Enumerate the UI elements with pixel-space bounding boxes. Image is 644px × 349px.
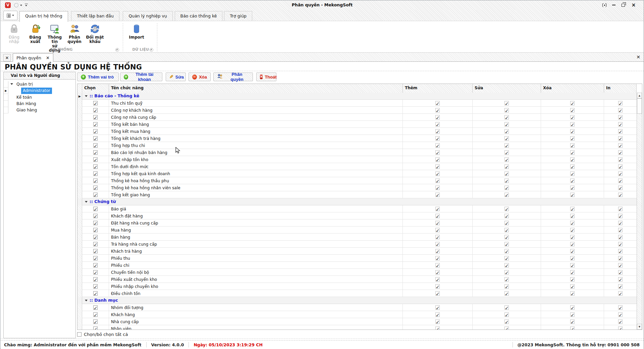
scroll-up-icon[interactable]: ▲ [637, 93, 642, 98]
xoa-checkbox[interactable] [570, 291, 575, 296]
table-row[interactable]: Báo giá [77, 205, 637, 212]
table-row[interactable]: Nhân viên [77, 325, 637, 330]
table-row[interactable]: Mua hàng [77, 227, 637, 234]
collapse-group-icon[interactable] [85, 95, 88, 97]
select-all-checkbox[interactable] [77, 332, 82, 337]
in-checkbox[interactable] [618, 193, 623, 197]
row-checkbox[interactable] [93, 143, 98, 148]
them-checkbox[interactable] [435, 179, 440, 183]
xoa-checkbox[interactable] [570, 108, 575, 112]
ribbon-tab-1[interactable]: Thiết lập ban đầu [71, 11, 119, 21]
in-checkbox[interactable] [618, 129, 623, 134]
them-checkbox[interactable] [435, 327, 440, 330]
table-row[interactable]: Tổng kết bán hàng [77, 121, 637, 128]
sua-checkbox[interactable] [504, 101, 509, 105]
tree-item-administrator[interactable]: ▶Administrator [4, 88, 75, 94]
xoa-checkbox[interactable] [570, 256, 575, 260]
in-checkbox[interactable] [618, 214, 623, 218]
them-checkbox[interactable] [435, 284, 440, 289]
collapse-group-icon[interactable] [85, 300, 88, 301]
tree-item-giao-hàng[interactable]: Giao hàng [4, 107, 75, 113]
in-checkbox[interactable] [618, 256, 623, 260]
row-checkbox[interactable] [93, 263, 98, 267]
sua-checkbox[interactable] [504, 150, 509, 155]
sua-checkbox[interactable] [504, 115, 509, 119]
ribbon-button-đổi-mật-khẩu[interactable]: Đổi mật khẩu [86, 22, 104, 47]
sua-checkbox[interactable] [504, 143, 509, 148]
xoa-checkbox[interactable] [570, 249, 575, 253]
row-checkbox[interactable] [93, 270, 98, 275]
close-all-tabs-button[interactable]: ✕ [3, 54, 11, 61]
sua-checkbox[interactable] [504, 164, 509, 169]
table-row[interactable]: Điều chỉnh tồn [77, 290, 637, 297]
xoa-checkbox[interactable] [570, 263, 575, 267]
in-checkbox[interactable] [618, 228, 623, 232]
sua-checkbox[interactable] [504, 207, 509, 211]
xoa-checkbox[interactable] [570, 207, 575, 211]
row-checkbox[interactable] [93, 122, 98, 127]
sua-checkbox[interactable] [504, 129, 509, 134]
xoa-checkbox[interactable] [570, 221, 575, 225]
collapse-group-icon[interactable] [85, 201, 88, 203]
sua-checkbox[interactable] [504, 186, 509, 190]
xoa-checkbox[interactable] [570, 214, 575, 218]
table-row[interactable]: Thống kê hoa hồng thầu phụ [77, 177, 637, 184]
xóa-button[interactable]: −Xóa [189, 72, 211, 81]
close-button[interactable]: × [630, 2, 638, 8]
sua-checkbox[interactable] [504, 263, 509, 267]
row-checkbox[interactable] [93, 150, 98, 155]
them-checkbox[interactable] [435, 193, 440, 197]
in-checkbox[interactable] [618, 277, 623, 282]
sua-checkbox[interactable] [504, 291, 509, 296]
in-checkbox[interactable] [618, 108, 623, 112]
xoa-checkbox[interactable] [570, 129, 575, 134]
table-row[interactable]: Tổng kết giao hàng [77, 191, 637, 198]
xoa-checkbox[interactable] [570, 284, 575, 289]
xoa-checkbox[interactable] [570, 179, 575, 183]
group-row-1[interactable]: :: Chứng từ [77, 198, 637, 205]
application-menu-button[interactable] [3, 11, 17, 20]
xoa-checkbox[interactable] [570, 270, 575, 275]
column-header-1[interactable]: Tên chức năng [109, 84, 403, 93]
table-row[interactable]: Báo cáo lợi nhuận bán hàng [77, 149, 637, 156]
ribbon-tab-4[interactable]: Trợ giúp [224, 11, 252, 21]
xoa-checkbox[interactable] [570, 101, 575, 105]
table-row[interactable]: Tồn dưới định mức [77, 163, 637, 170]
row-checkbox[interactable] [93, 179, 98, 183]
them-checkbox[interactable] [435, 263, 440, 267]
row-checkbox[interactable] [93, 101, 98, 105]
ribbon-button-phân-quyền[interactable]: Phân quyền [64, 22, 85, 47]
sua-checkbox[interactable] [504, 305, 509, 310]
in-checkbox[interactable] [618, 312, 623, 317]
xoa-checkbox[interactable] [570, 143, 575, 148]
thoát-button[interactable]: ✕Thoát [256, 72, 276, 81]
sua-checkbox[interactable] [504, 249, 509, 253]
xoa-checkbox[interactable] [570, 164, 575, 169]
sua-checkbox[interactable] [504, 122, 509, 127]
tree-item-quản-trị[interactable]: Quản trị [4, 81, 75, 88]
xoa-checkbox[interactable] [570, 186, 575, 190]
in-checkbox[interactable] [618, 305, 623, 310]
them-checkbox[interactable] [435, 157, 440, 162]
them-checkbox[interactable] [435, 312, 440, 317]
expand-arrow-icon[interactable] [10, 83, 13, 85]
in-checkbox[interactable] [618, 284, 623, 289]
in-checkbox[interactable] [618, 327, 623, 330]
ribbon-tab-2[interactable]: Quản lý nghiệp vụ [123, 11, 172, 21]
column-header-2[interactable]: Thêm [403, 84, 473, 93]
table-row[interactable]: Phiếu thu [77, 255, 637, 262]
in-checkbox[interactable] [618, 157, 623, 162]
row-checkbox[interactable] [93, 136, 98, 141]
table-row[interactable]: Khách hàng [77, 311, 637, 318]
group-dialog-launcher-icon[interactable] [115, 48, 119, 52]
row-checkbox[interactable] [93, 291, 98, 296]
row-checkbox[interactable] [93, 249, 98, 253]
xoa-checkbox[interactable] [570, 305, 575, 310]
minimize-button[interactable] [610, 2, 618, 8]
table-row[interactable]: Bán hàng [77, 234, 637, 241]
column-header-0[interactable]: Chọn [82, 84, 109, 93]
them-checkbox[interactable] [435, 143, 440, 148]
sua-checkbox[interactable] [504, 284, 509, 289]
in-checkbox[interactable] [618, 235, 623, 239]
sua-checkbox[interactable] [504, 228, 509, 232]
